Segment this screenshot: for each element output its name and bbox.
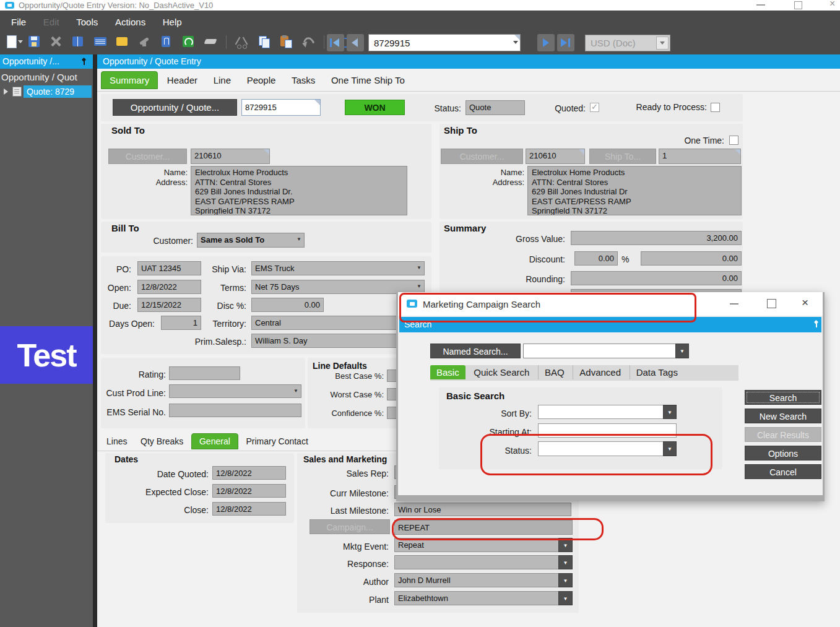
tab-header[interactable]: Header xyxy=(160,71,204,89)
search-button[interactable]: Search xyxy=(745,390,821,405)
paste-icon[interactable] xyxy=(279,34,295,50)
close-field[interactable]: 12/8/2022 xyxy=(212,502,286,516)
open-field[interactable]: 12/8/2022 xyxy=(137,280,201,294)
due-field[interactable]: 12/15/2022 xyxy=(137,298,201,312)
discount-amount-field[interactable]: 0.00 xyxy=(641,251,742,266)
tab-one-time-ship-to[interactable]: One Time Ship To xyxy=(324,71,412,89)
previous-record-icon[interactable] xyxy=(347,34,364,51)
named-search-dropdown-icon[interactable] xyxy=(675,344,689,358)
dialog-tab-basic[interactable]: Basic xyxy=(430,365,465,379)
last-milestone-field[interactable]: Win or Lose xyxy=(394,503,571,516)
ship-to-customer-button[interactable]: Customer... xyxy=(441,149,523,164)
menu-edit[interactable]: Edit xyxy=(36,14,67,30)
cust-prod-line-select[interactable] xyxy=(169,384,301,398)
cut-icon[interactable] xyxy=(235,34,251,50)
author-select[interactable]: John D Murrell xyxy=(394,573,573,587)
quoted-checkbox[interactable] xyxy=(590,103,599,112)
menu-actions[interactable]: Actions xyxy=(108,14,153,30)
new-document-icon[interactable] xyxy=(4,34,20,50)
first-record-icon[interactable] xyxy=(327,34,344,51)
sold-to-customer-id-field[interactable]: 210610 xyxy=(191,149,270,164)
tab-summary[interactable]: Summary xyxy=(101,71,158,89)
rounding-field[interactable]: 0.00 xyxy=(571,271,742,285)
bill-to-customer-select[interactable]: Same as Sold To xyxy=(197,233,305,248)
next-record-icon[interactable] xyxy=(537,34,555,51)
dialog-minimize-button[interactable] xyxy=(730,303,738,305)
date-quoted-field[interactable]: 12/8/2022 xyxy=(212,466,286,480)
status-search-dropdown-icon[interactable] xyxy=(663,441,677,456)
tree-root-label[interactable]: Opportunity / Quot xyxy=(1,72,77,82)
starting-at-input[interactable] xyxy=(538,423,677,438)
dialog-maximize-button[interactable] xyxy=(767,299,776,308)
pin-icon[interactable] xyxy=(80,58,88,65)
phone-icon[interactable] xyxy=(137,34,153,50)
sort-by-dropdown-icon[interactable] xyxy=(663,405,677,419)
menu-tools[interactable]: Tools xyxy=(69,14,105,30)
ship-via-select[interactable]: EMS Truck xyxy=(251,261,425,275)
maximize-button[interactable] xyxy=(794,1,802,9)
clear-results-button[interactable]: Clear Results xyxy=(745,427,821,442)
gross-value-field[interactable]: 3,200.00 xyxy=(571,231,742,245)
status-value-field[interactable]: Quote xyxy=(465,100,525,115)
save-icon[interactable] xyxy=(27,34,43,50)
address-book-icon[interactable] xyxy=(71,34,87,50)
minimize-button[interactable] xyxy=(756,4,765,6)
opportunity-number-input[interactable]: 8729915 xyxy=(241,99,321,116)
sidebar-splitter[interactable] xyxy=(93,54,97,627)
one-time-checkbox[interactable] xyxy=(729,136,738,145)
undo-icon[interactable] xyxy=(301,34,317,50)
memo-icon[interactable] xyxy=(115,34,131,50)
dialog-tab-quick-search[interactable]: Quick Search xyxy=(467,365,535,379)
options-button[interactable]: Options xyxy=(745,446,821,461)
tab-primary-contact[interactable]: Primary Contact xyxy=(240,433,313,449)
record-dropdown-icon[interactable] xyxy=(513,41,518,44)
disc-pct-field[interactable]: 0.00 xyxy=(251,298,324,312)
dialog-tab-advanced[interactable]: Advanced xyxy=(573,365,627,379)
delete-icon[interactable] xyxy=(48,34,64,50)
tab-tasks[interactable]: Tasks xyxy=(285,71,322,89)
clear-icon[interactable] xyxy=(203,34,219,50)
tree-expander-icon[interactable] xyxy=(4,89,8,95)
plant-dropdown-icon[interactable] xyxy=(558,591,573,605)
dialog-titlebar[interactable]: Marketing Campaign Search × xyxy=(398,292,823,316)
ems-serial-field[interactable] xyxy=(169,404,301,417)
menu-help[interactable]: Help xyxy=(155,14,189,30)
rating-field[interactable] xyxy=(169,366,240,380)
days-open-field[interactable]: 1 xyxy=(161,316,201,330)
record-id-input[interactable]: 8729915 xyxy=(368,34,521,51)
ship-to-num-field[interactable]: 1 xyxy=(659,149,741,164)
ship-to-button[interactable]: Ship To... xyxy=(589,149,656,164)
po-field[interactable]: UAT 12345 xyxy=(137,261,201,275)
author-dropdown-icon[interactable] xyxy=(558,573,573,587)
last-record-icon[interactable] xyxy=(557,34,574,51)
attachments-icon[interactable] xyxy=(158,34,175,50)
expected-close-field[interactable]: 12/8/2022 xyxy=(212,484,286,498)
dialog-tab-baq[interactable]: BAQ xyxy=(538,365,571,379)
cancel-button[interactable]: Cancel xyxy=(745,464,821,479)
sort-by-select[interactable] xyxy=(538,405,677,419)
ready-to-process-checkbox[interactable] xyxy=(711,103,720,112)
response-dropdown-icon[interactable] xyxy=(558,555,573,569)
tab-line[interactable]: Line xyxy=(207,71,238,89)
response-select[interactable] xyxy=(394,555,573,569)
discount-pct-field[interactable]: 0.00 xyxy=(574,251,618,266)
copy-icon[interactable] xyxy=(257,34,273,50)
ship-to-customer-id-field[interactable]: 210610 xyxy=(526,149,585,164)
tab-lines[interactable]: Lines xyxy=(101,433,132,449)
close-button[interactable]: × xyxy=(829,0,835,9)
tab-qty-breaks[interactable]: Qty Breaks xyxy=(135,433,189,449)
sold-to-address-field[interactable]: Electrolux Home Products ATTN: Central S… xyxy=(191,166,407,215)
dialog-tab-data-tags[interactable]: Data Tags xyxy=(630,365,684,379)
won-button[interactable]: WON xyxy=(345,100,405,115)
status-search-select[interactable] xyxy=(538,441,677,456)
tree-item-quote[interactable]: Quote: 8729 xyxy=(24,85,92,98)
campaign-button[interactable]: Campaign... xyxy=(310,519,390,534)
campaign-field[interactable]: REPEAT xyxy=(394,520,573,535)
mktg-event-select[interactable]: Repeat xyxy=(394,538,573,552)
named-search-button[interactable]: Named Search... xyxy=(430,344,521,358)
refresh-icon[interactable] xyxy=(181,34,197,50)
currency-dropdown-icon[interactable] xyxy=(656,37,669,50)
new-search-button[interactable]: New Search xyxy=(745,409,821,423)
tab-people[interactable]: People xyxy=(240,71,283,89)
opportunity-quote-button[interactable]: Opportunity / Quote... xyxy=(113,99,237,116)
